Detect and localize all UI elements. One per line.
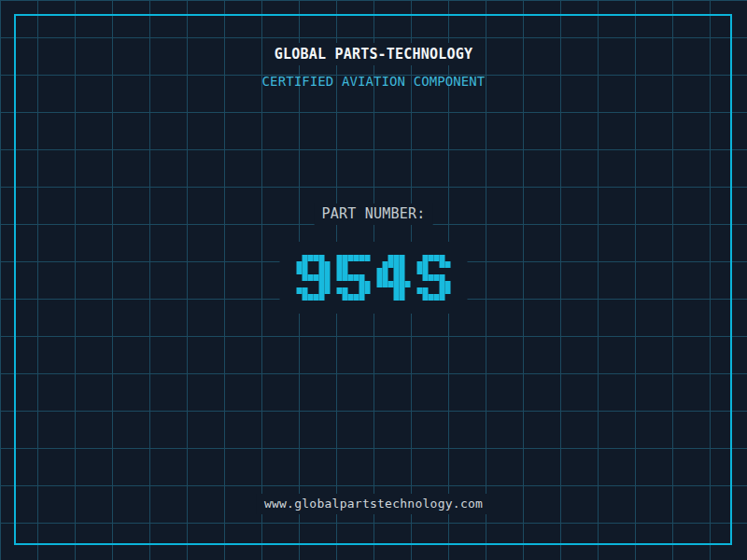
part-number-label: PART NUMBER:	[315, 203, 433, 225]
company-title: GLOBAL PARTS-TECHNOLOGY	[265, 43, 482, 65]
website-url: www.globalpartstechnology.com	[257, 494, 490, 514]
certification-subtitle: CERTIFIED AVIATION COMPONENT	[262, 75, 486, 89]
part-number-digits	[297, 255, 451, 301]
pixel-digit	[337, 255, 371, 301]
blueprint-screen: GLOBAL PARTS-TECHNOLOGY CERTIFIED AVIATI…	[0, 0, 747, 560]
pixel-digit	[377, 255, 411, 301]
pixel-digit	[417, 255, 451, 301]
part-number-value	[280, 242, 468, 314]
pixel-digit	[297, 255, 331, 301]
